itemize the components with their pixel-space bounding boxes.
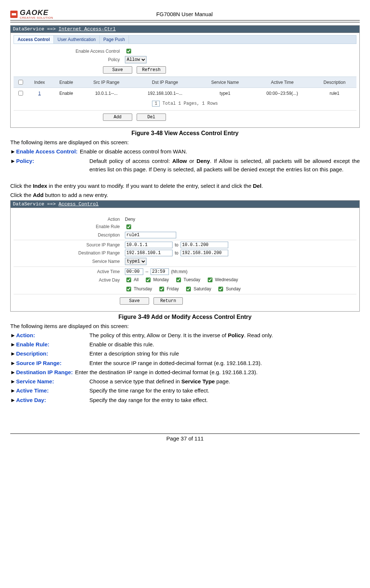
dst-from-input[interactable] [125, 250, 173, 256]
day-all[interactable]: All [125, 276, 138, 283]
bold-policy: Policy [228, 332, 244, 338]
bullet-arrow-icon: ► [10, 368, 16, 376]
dst-range-label: Destination IP Range [14, 250, 125, 256]
bullet-label: Enable Rule: [16, 340, 89, 349]
time-to-input[interactable] [151, 268, 169, 275]
tab-page-push[interactable]: Page Push [100, 36, 129, 44]
day-sun[interactable]: Sunday [217, 286, 241, 293]
th-active-time: Active Time [252, 77, 313, 88]
text-span: or [187, 158, 196, 164]
return-button[interactable]: Return [153, 297, 183, 305]
bullet-text: Default policy of access control: Allow … [89, 157, 360, 174]
enable-access-label: Enable Access Control [14, 49, 125, 54]
bullet-text: Choose a service type that defined in Se… [89, 377, 360, 386]
row-service: type1 [198, 88, 252, 99]
bullet-arrow-icon: ► [10, 349, 16, 358]
time-from-input[interactable] [125, 268, 143, 275]
bullet-arrow-icon: ► [10, 377, 16, 386]
enable-rule-checkbox[interactable] [126, 224, 131, 229]
text-span: . [262, 183, 263, 189]
bullet-label: Policy: [16, 157, 89, 174]
page-footer: Page 37 of 111 [10, 433, 360, 442]
enable-access-checkbox[interactable] [126, 49, 131, 53]
policy-select[interactable]: Allow [125, 56, 147, 63]
panel-breadcrumb: DataService ==> Access Control [11, 201, 359, 208]
bold-index: Index [33, 183, 47, 189]
bullet-policy: ► Policy: Default policy of access contr… [10, 157, 360, 174]
text-span: button to add a new entry. [44, 192, 108, 198]
day-mon[interactable]: Monday [144, 276, 169, 283]
logo-icon [10, 11, 18, 18]
figure-caption-1: Figure 3-48 View Access Control Entry [10, 130, 360, 137]
select-all-checkbox[interactable] [18, 80, 23, 85]
to-label: to [175, 242, 178, 248]
logo: GAOKE CREATIVE SOLUTION [10, 9, 53, 19]
day-sun-checkbox[interactable] [218, 287, 223, 291]
day-wed[interactable]: Wednesday [206, 276, 238, 283]
day-fri-checkbox[interactable] [159, 287, 164, 291]
time-sep: -- [145, 269, 148, 274]
day-sat[interactable]: Saturday [185, 286, 211, 293]
tab-access-control[interactable]: Access Control [14, 36, 54, 44]
breadcrumb-prefix: DataService ==> [13, 26, 59, 32]
to-label: to [175, 250, 178, 256]
access-control-edit-panel: DataService ==> Access Control Action De… [10, 200, 360, 312]
day-thu-checkbox[interactable] [126, 287, 131, 291]
access-ctrl-panel: DataService ==> Internet Access-Ctrl Acc… [10, 25, 360, 128]
day-label: Sunday [226, 286, 241, 291]
figure-caption-2: Figure 3-49 Add or Modify Access Control… [10, 314, 360, 320]
table-header-row: Index Enable Src IP Range Dst IP Range S… [14, 77, 356, 88]
text-span: Click the [10, 183, 33, 189]
day-tue[interactable]: Tuesday [175, 276, 200, 283]
text-span: . Read only. [244, 332, 273, 338]
row-src: 10.0.1.1--... [81, 88, 132, 99]
day-wed-checkbox[interactable] [208, 278, 212, 282]
th-index: Index [27, 77, 52, 88]
bullet-arrow-icon: ► [10, 147, 16, 156]
src-from-input[interactable] [125, 242, 173, 248]
row-index-link[interactable]: 1 [27, 88, 52, 99]
add-button[interactable]: Add [103, 113, 132, 121]
divider [14, 294, 356, 294]
description-input[interactable] [125, 232, 176, 238]
day-label: Saturday [193, 286, 211, 291]
day-all-checkbox[interactable] [126, 278, 131, 282]
row-active-time: 00:00--23:59(...) [252, 88, 313, 99]
text-span: Default policy of access control: [89, 158, 172, 164]
bullet-arrow-icon: ► [10, 359, 16, 367]
divider [14, 110, 356, 111]
divider [14, 267, 356, 267]
day-thu[interactable]: Thursday [125, 286, 152, 293]
src-to-input[interactable] [181, 242, 228, 248]
save-button[interactable]: Save [120, 297, 149, 305]
th-enable: Enable [52, 77, 81, 88]
bullet-text: Enter a description string for this rule [89, 349, 360, 358]
day-fri[interactable]: Friday [158, 286, 179, 293]
day-sat-checkbox[interactable] [186, 287, 191, 291]
day-tue-checkbox[interactable] [176, 278, 181, 282]
bullet-action: ► Action: The policy of this entry, Allo… [10, 331, 360, 339]
bullet-label: Destination IP Range: [16, 368, 73, 376]
bullet-label: Action: [16, 331, 89, 339]
tab-user-auth[interactable]: User Authentication [54, 36, 100, 44]
bullet-label: Active Time: [16, 386, 89, 395]
bold-del: Del [253, 183, 261, 189]
bullet-text: Enable or disable access control from WA… [80, 147, 360, 156]
service-name-label: Service Name [14, 259, 125, 264]
service-name-select[interactable]: type1 [125, 258, 147, 265]
bullet-label: Active Day: [16, 396, 89, 404]
panel-breadcrumb: DataService ==> Internet Access-Ctrl [11, 26, 359, 33]
refresh-button[interactable]: Refresh [137, 66, 166, 74]
tab-row: Access Control User Authentication Page … [14, 35, 356, 44]
section1-intro: The following items are displayed on thi… [10, 138, 360, 146]
save-button[interactable]: Save [103, 66, 132, 74]
day-label: Friday [167, 286, 179, 291]
bold-service-type: Service Type [181, 378, 215, 384]
del-button[interactable]: Del [137, 113, 166, 121]
day-label: Monday [153, 277, 169, 282]
day-mon-checkbox[interactable] [146, 278, 151, 282]
description-label: Description [14, 232, 125, 238]
dst-to-input[interactable] [181, 250, 228, 256]
bullet-dest-ip: ► Destination IP Range: Enter the destin… [10, 368, 360, 376]
row-checkbox[interactable] [18, 91, 23, 96]
